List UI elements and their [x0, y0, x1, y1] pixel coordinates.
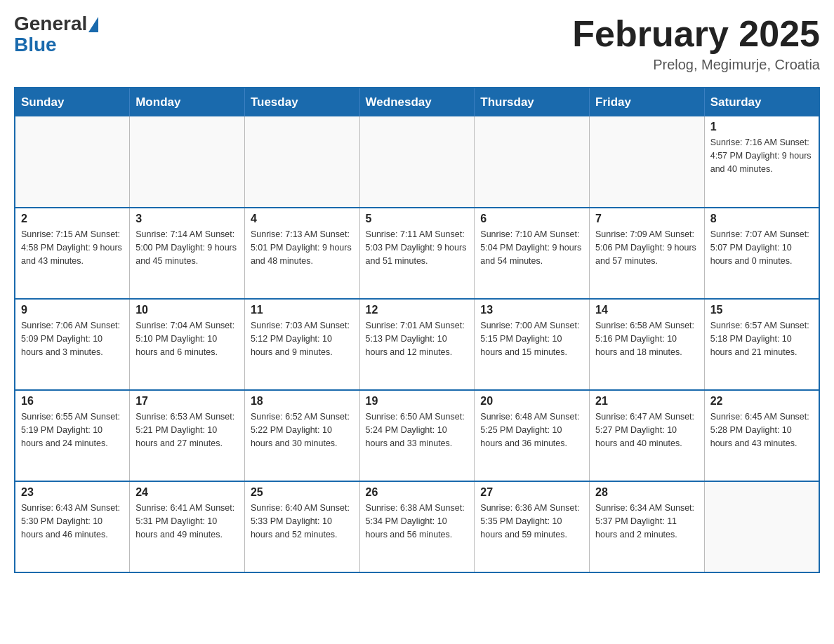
calendar-cell: 16Sunrise: 6:55 AM Sunset: 5:19 PM Dayli… — [15, 390, 130, 481]
calendar-cell: 22Sunrise: 6:45 AM Sunset: 5:28 PM Dayli… — [704, 390, 819, 481]
calendar-cell: 8Sunrise: 7:07 AM Sunset: 5:07 PM Daylig… — [704, 208, 819, 299]
day-info: Sunrise: 7:16 AM Sunset: 4:57 PM Dayligh… — [710, 136, 813, 175]
logo: General Blue — [14, 14, 98, 56]
day-number: 18 — [251, 395, 354, 408]
day-info: Sunrise: 6:53 AM Sunset: 5:21 PM Dayligh… — [135, 410, 239, 450]
day-number: 8 — [710, 213, 813, 225]
calendar-cell: 2Sunrise: 7:15 AM Sunset: 4:58 PM Daylig… — [15, 208, 130, 299]
week-row-1: 1Sunrise: 7:16 AM Sunset: 4:57 PM Daylig… — [15, 116, 819, 208]
day-number: 12 — [366, 304, 469, 316]
calendar-cell: 19Sunrise: 6:50 AM Sunset: 5:24 PM Dayli… — [359, 390, 475, 481]
calendar-cell: 18Sunrise: 6:52 AM Sunset: 5:22 PM Dayli… — [244, 390, 359, 481]
day-number: 13 — [480, 304, 583, 316]
day-number: 7 — [595, 213, 699, 225]
day-number: 21 — [595, 395, 699, 408]
day-info: Sunrise: 6:43 AM Sunset: 5:30 PM Dayligh… — [21, 502, 124, 541]
logo-flag-icon — [88, 17, 98, 32]
calendar-cell: 11Sunrise: 7:03 AM Sunset: 5:12 PM Dayli… — [244, 299, 359, 390]
calendar-cell — [15, 116, 130, 208]
calendar-cell — [130, 116, 245, 208]
weekday-header-monday: Monday — [130, 88, 245, 116]
calendar-cell — [704, 481, 819, 572]
day-number: 23 — [21, 486, 124, 499]
day-number: 14 — [595, 304, 699, 316]
calendar-cell: 5Sunrise: 7:11 AM Sunset: 5:03 PM Daylig… — [359, 208, 475, 299]
calendar-cell: 7Sunrise: 7:09 AM Sunset: 5:06 PM Daylig… — [590, 208, 705, 299]
calendar-cell — [244, 116, 359, 208]
location-subtitle: Prelog, Megimurje, Croatia — [572, 57, 820, 73]
calendar-cell: 28Sunrise: 6:34 AM Sunset: 5:37 PM Dayli… — [590, 481, 705, 572]
day-number: 2 — [21, 213, 124, 225]
logo-text: General — [14, 14, 98, 34]
weekday-header-row: SundayMondayTuesdayWednesdayThursdayFrid… — [15, 88, 819, 116]
day-number: 15 — [710, 304, 813, 316]
day-info: Sunrise: 7:03 AM Sunset: 5:12 PM Dayligh… — [251, 319, 354, 358]
day-info: Sunrise: 6:36 AM Sunset: 5:35 PM Dayligh… — [480, 502, 583, 541]
day-info: Sunrise: 6:41 AM Sunset: 5:31 PM Dayligh… — [135, 502, 239, 541]
day-info: Sunrise: 6:58 AM Sunset: 5:16 PM Dayligh… — [595, 319, 699, 358]
calendar-cell: 13Sunrise: 7:00 AM Sunset: 5:15 PM Dayli… — [475, 299, 590, 390]
calendar-cell: 6Sunrise: 7:10 AM Sunset: 5:04 PM Daylig… — [475, 208, 590, 299]
week-row-4: 16Sunrise: 6:55 AM Sunset: 5:19 PM Dayli… — [15, 390, 819, 481]
calendar-cell: 12Sunrise: 7:01 AM Sunset: 5:13 PM Dayli… — [359, 299, 475, 390]
calendar-cell: 17Sunrise: 6:53 AM Sunset: 5:21 PM Dayli… — [130, 390, 245, 481]
day-number: 24 — [135, 486, 239, 499]
day-number: 28 — [595, 486, 699, 499]
day-number: 20 — [480, 395, 583, 408]
day-info: Sunrise: 6:50 AM Sunset: 5:24 PM Dayligh… — [366, 410, 469, 450]
weekday-header-tuesday: Tuesday — [244, 88, 359, 116]
calendar-cell: 25Sunrise: 6:40 AM Sunset: 5:33 PM Dayli… — [244, 481, 359, 572]
day-number: 19 — [366, 395, 469, 408]
calendar-cell: 4Sunrise: 7:13 AM Sunset: 5:01 PM Daylig… — [244, 208, 359, 299]
day-info: Sunrise: 7:10 AM Sunset: 5:04 PM Dayligh… — [480, 228, 583, 267]
day-number: 27 — [480, 486, 583, 499]
calendar-cell: 21Sunrise: 6:47 AM Sunset: 5:27 PM Dayli… — [590, 390, 705, 481]
day-info: Sunrise: 7:14 AM Sunset: 5:00 PM Dayligh… — [135, 228, 239, 267]
weekday-header-thursday: Thursday — [475, 88, 590, 116]
calendar-cell — [359, 116, 475, 208]
weekday-header-sunday: Sunday — [15, 88, 130, 116]
day-info: Sunrise: 6:52 AM Sunset: 5:22 PM Dayligh… — [251, 410, 354, 450]
title-block: February 2025 Prelog, Megimurje, Croatia — [572, 14, 820, 73]
day-info: Sunrise: 6:48 AM Sunset: 5:25 PM Dayligh… — [480, 410, 583, 450]
day-info: Sunrise: 7:00 AM Sunset: 5:15 PM Dayligh… — [480, 319, 583, 358]
logo-general-text: General — [14, 14, 87, 34]
day-number: 16 — [21, 395, 124, 408]
day-number: 11 — [251, 304, 354, 316]
weekday-header-saturday: Saturday — [704, 88, 819, 116]
week-row-3: 9Sunrise: 7:06 AM Sunset: 5:09 PM Daylig… — [15, 299, 819, 390]
calendar-cell: 3Sunrise: 7:14 AM Sunset: 5:00 PM Daylig… — [130, 208, 245, 299]
calendar-cell: 15Sunrise: 6:57 AM Sunset: 5:18 PM Dayli… — [704, 299, 819, 390]
day-info: Sunrise: 6:47 AM Sunset: 5:27 PM Dayligh… — [595, 410, 699, 450]
day-number: 9 — [21, 304, 124, 316]
logo-blue-text: Blue — [14, 34, 57, 56]
day-number: 5 — [366, 213, 469, 225]
calendar-cell: 27Sunrise: 6:36 AM Sunset: 5:35 PM Dayli… — [475, 481, 590, 572]
day-info: Sunrise: 7:06 AM Sunset: 5:09 PM Dayligh… — [21, 319, 124, 358]
day-info: Sunrise: 7:01 AM Sunset: 5:13 PM Dayligh… — [366, 319, 469, 358]
day-info: Sunrise: 7:04 AM Sunset: 5:10 PM Dayligh… — [135, 319, 239, 358]
day-info: Sunrise: 7:11 AM Sunset: 5:03 PM Dayligh… — [366, 228, 469, 267]
day-number: 1 — [710, 121, 813, 133]
calendar-cell: 26Sunrise: 6:38 AM Sunset: 5:34 PM Dayli… — [359, 481, 475, 572]
day-number: 26 — [366, 486, 469, 499]
week-row-5: 23Sunrise: 6:43 AM Sunset: 5:30 PM Dayli… — [15, 481, 819, 572]
calendar-cell — [590, 116, 705, 208]
calendar-cell: 14Sunrise: 6:58 AM Sunset: 5:16 PM Dayli… — [590, 299, 705, 390]
day-info: Sunrise: 6:57 AM Sunset: 5:18 PM Dayligh… — [710, 319, 813, 358]
calendar-cell: 1Sunrise: 7:16 AM Sunset: 4:57 PM Daylig… — [704, 116, 819, 208]
calendar-cell: 23Sunrise: 6:43 AM Sunset: 5:30 PM Dayli… — [15, 481, 130, 572]
day-number: 25 — [251, 486, 354, 499]
day-info: Sunrise: 6:45 AM Sunset: 5:28 PM Dayligh… — [710, 410, 813, 450]
day-info: Sunrise: 7:13 AM Sunset: 5:01 PM Dayligh… — [251, 228, 354, 267]
calendar-table: SundayMondayTuesdayWednesdayThursdayFrid… — [14, 87, 820, 573]
calendar-cell: 20Sunrise: 6:48 AM Sunset: 5:25 PM Dayli… — [475, 390, 590, 481]
day-info: Sunrise: 6:55 AM Sunset: 5:19 PM Dayligh… — [21, 410, 124, 450]
calendar-cell: 24Sunrise: 6:41 AM Sunset: 5:31 PM Dayli… — [130, 481, 245, 572]
day-number: 3 — [135, 213, 239, 225]
calendar-cell: 9Sunrise: 7:06 AM Sunset: 5:09 PM Daylig… — [15, 299, 130, 390]
page-header: General Blue February 2025 Prelog, Megim… — [14, 14, 820, 73]
day-number: 17 — [135, 395, 239, 408]
day-info: Sunrise: 7:15 AM Sunset: 4:58 PM Dayligh… — [21, 228, 124, 267]
day-info: Sunrise: 7:09 AM Sunset: 5:06 PM Dayligh… — [595, 228, 699, 267]
